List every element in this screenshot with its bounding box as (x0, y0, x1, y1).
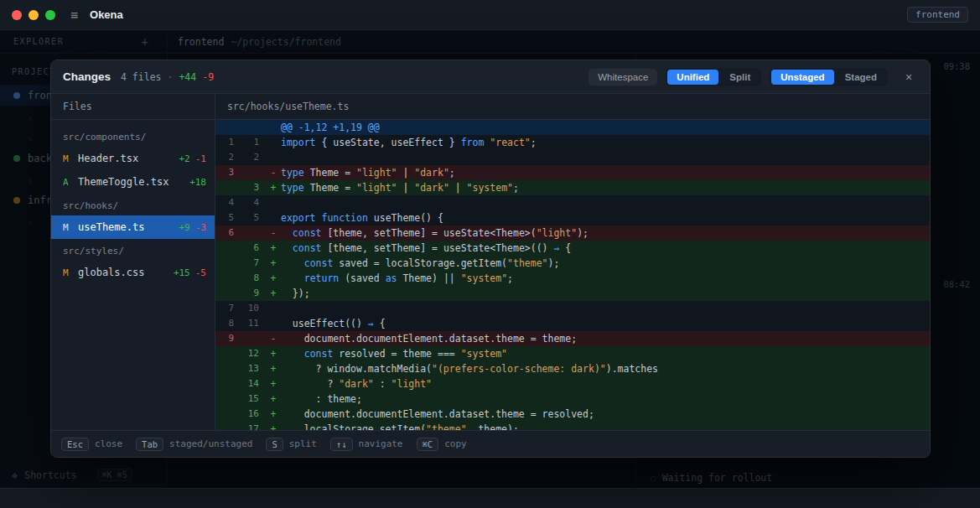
old-line-number (215, 346, 241, 361)
code-token: "light" (537, 227, 577, 239)
code-token (281, 257, 304, 269)
staged-button[interactable]: Staged (836, 70, 886, 85)
diff-marker (266, 195, 281, 210)
code-token: localStorage.setItem( (281, 423, 426, 430)
code-token: ? (281, 378, 339, 390)
code-token: useEffect(() (281, 318, 368, 329)
file-row[interactable]: AThemeToggle.tsx+18 (51, 170, 215, 194)
new-line-number: 4 (241, 195, 266, 210)
code-token: return (304, 272, 340, 284)
code-token (281, 227, 293, 239)
file-row[interactable]: Mglobals.css+15-5 (51, 261, 215, 284)
file-name: Header.tsx (78, 153, 173, 164)
hint-label: copy (444, 438, 467, 449)
old-line-number: 5 (215, 210, 241, 225)
unstaged-button[interactable]: Unstaged (771, 70, 833, 85)
key-chip: ↑↓ (330, 438, 353, 451)
code-token (281, 348, 304, 360)
files-count: 4 files (121, 71, 161, 83)
code-token: function (321, 212, 367, 224)
old-line-number (215, 286, 241, 301)
diff-line: 11 import { useState, useEffect } from "… (215, 135, 930, 150)
modal-footer: EsccloseTabstaged/unstagedSsplit↑↓naviga… (51, 430, 930, 457)
new-line-number (241, 165, 266, 180)
diff-marker: + (266, 241, 281, 256)
new-line-number: 16 (241, 407, 266, 422)
old-line-number: 8 (215, 316, 241, 331)
old-line-number (215, 376, 241, 391)
new-line-number: 2 (241, 150, 266, 165)
diff-line: 17+ localStorage.setItem("theme", theme)… (215, 422, 930, 430)
new-line-number: 10 (241, 301, 266, 316)
modal-title: Changes (63, 70, 111, 83)
file-name: useTheme.ts (78, 221, 173, 233)
diff-marker: + (266, 271, 281, 286)
diff-marker (266, 316, 281, 331)
file-status-badge: M (63, 267, 71, 278)
additions-count: +2 (179, 153, 190, 164)
minimize-window-button[interactable] (29, 10, 39, 20)
keyboard-hint: Escclose (61, 438, 122, 451)
code-content (281, 150, 930, 165)
code-token: saved = localStorage.getItem( (333, 257, 507, 269)
old-line-number: 3 (215, 165, 241, 180)
code-token: ); (548, 257, 560, 269)
code-token: "system" (461, 348, 507, 360)
diff-marker: + (266, 286, 281, 301)
code-token: { (559, 242, 571, 254)
key-chip: S (266, 438, 283, 451)
diff-line: 710 (215, 301, 930, 316)
old-line-number (215, 361, 241, 376)
code-token: const (293, 227, 322, 239)
hint-label: navigate (359, 438, 403, 449)
diff-marker (266, 301, 281, 316)
old-line-number (215, 422, 241, 430)
code-token: Theme = (304, 167, 356, 179)
file-row[interactable]: MuseTheme.ts+9-3 (51, 215, 215, 239)
old-line-number (215, 241, 241, 256)
code-content: type Theme = "light" | "dark" | "system"… (281, 180, 930, 195)
key-chip: ⌘C (417, 438, 439, 451)
file-counts: +9-3 (179, 222, 207, 233)
code-token: ; (531, 137, 537, 148)
split-view-button[interactable]: Split (720, 70, 760, 85)
code-token: "react" (490, 137, 530, 148)
diff-marker: + (266, 256, 281, 271)
changes-modal: Changes 4 files · +44 -9 Whitespace Unif… (50, 60, 931, 458)
keyboard-hint: Ssplit (266, 438, 316, 451)
diff-line: 3+type Theme = "light" | "dark" | "syste… (215, 180, 930, 195)
code-token: from (461, 137, 485, 148)
new-line-number (241, 331, 266, 346)
diff-line: 8+ return (saved as Theme) || "system"; (215, 271, 930, 286)
diff-line: 811 useEffect(() ⇒ { (215, 316, 930, 331)
deletions-count: -5 (195, 267, 206, 278)
unified-view-button[interactable]: Unified (667, 70, 718, 85)
code-token: "theme" (426, 423, 466, 430)
maximize-window-button[interactable] (45, 10, 55, 20)
file-row[interactable]: MHeader.tsx+2-1 (51, 147, 215, 170)
diff-marker: + (266, 422, 281, 430)
close-window-button[interactable] (12, 10, 22, 20)
diff-marker: - (266, 225, 281, 241)
deletions-count: -3 (195, 222, 206, 233)
whitespace-button[interactable]: Whitespace (589, 69, 657, 86)
code-token: Theme = (304, 182, 356, 194)
file-status-badge: M (63, 153, 71, 164)
code-token: , theme); (467, 423, 519, 430)
old-line-number: 7 (215, 301, 241, 316)
new-line-number: 8 (241, 271, 266, 286)
diff-line: 13+ ? window.matchMedia("(prefers-color-… (215, 361, 930, 376)
code-token: export (281, 212, 316, 224)
new-line-number: 5 (241, 210, 266, 225)
code-token: document.documentElement.dataset.theme =… (281, 408, 594, 420)
code-token: const (293, 242, 322, 254)
new-line-number: 11 (241, 316, 266, 331)
code-token: "dark" (414, 167, 449, 179)
new-line-number: 15 (241, 391, 266, 407)
close-modal-button[interactable]: × (900, 70, 918, 84)
code-token: { useState, useEffect } (316, 137, 461, 148)
menu-icon[interactable]: ≡ (70, 8, 78, 23)
code-content: localStorage.setItem("theme", theme); (281, 422, 930, 430)
new-line-number: 14 (241, 376, 266, 391)
file-status-badge: M (63, 222, 71, 233)
